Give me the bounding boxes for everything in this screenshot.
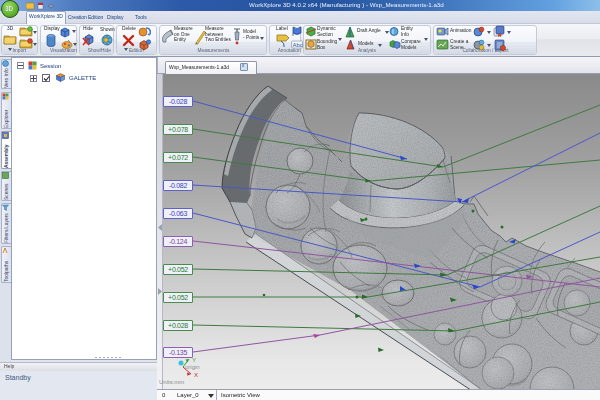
svg-text:X: X xyxy=(194,372,198,378)
svg-text:Units:mm: Units:mm xyxy=(159,379,184,385)
svg-text:Y: Y xyxy=(192,357,196,363)
svg-text:Abc: Abc xyxy=(293,42,303,48)
svg-text:origin: origin xyxy=(185,364,200,370)
